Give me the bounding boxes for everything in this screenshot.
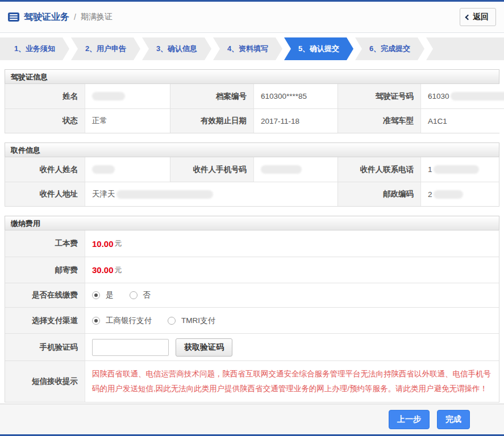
payment-channel-options: 工商银行支付 TMRI支付	[85, 307, 499, 333]
chevron-left-icon	[465, 14, 471, 20]
recipient-address-value: 天津天	[85, 182, 338, 206]
name-value	[85, 84, 170, 108]
step-3-confirm-info[interactable]: 3、确认信息	[142, 37, 211, 60]
expiry-date-label: 有效期止日期	[170, 108, 253, 133]
step-6-complete-submit[interactable]: 6、完成提交	[355, 37, 424, 60]
online-payment-yes-radio[interactable]	[92, 291, 100, 299]
redacted-value	[92, 92, 125, 100]
step-5-confirm-submit[interactable]: 5、确认提交	[284, 37, 353, 60]
back-button[interactable]: 返回	[460, 8, 496, 26]
recipient-phone-label: 收件人联系电话	[338, 157, 420, 182]
redacted-value	[92, 165, 115, 174]
page-title: 驾驶证业务	[24, 11, 69, 23]
redacted-value	[434, 190, 463, 199]
vehicle-class-value: A1C1	[420, 108, 504, 133]
previous-step-button[interactable]: 上一步	[389, 410, 430, 429]
sms-notice-cell: 因陕西省联通、电信运营商技术问题，陕西省互联网交通安全综合服务管理平台无法向持陕…	[85, 360, 499, 402]
recipient-address-prefix: 天津天	[92, 189, 115, 199]
postage-fee-unit: 元	[115, 265, 122, 275]
redacted-value	[451, 92, 504, 100]
postal-code-prefix: 2	[428, 190, 432, 199]
recipient-address-label: 收件人地址	[5, 182, 85, 206]
name-label: 姓名	[5, 84, 85, 108]
license-section-title: 驾驶证信息	[5, 69, 499, 84]
production-fee-value: 10.00 元	[85, 230, 499, 257]
sms-code-label: 手机验证码	[5, 333, 85, 360]
status-label: 状态	[5, 108, 85, 133]
recipient-phone-value: 1	[420, 157, 499, 182]
page-subtitle: 期满换证	[81, 12, 113, 22]
step-1-business-notice[interactable]: 1、业务须知	[0, 37, 69, 60]
step-2-user-declaration[interactable]: 2、用户申告	[71, 37, 140, 60]
back-button-label: 返回	[473, 12, 489, 22]
get-sms-code-button[interactable]: 获取验证码	[176, 338, 232, 357]
recipient-name-label: 收件人姓名	[5, 157, 85, 182]
breadcrumb: 驾驶证业务 / 期满换证	[8, 11, 113, 23]
production-fee-amount: 10.00	[92, 239, 114, 249]
pickup-section-title: 取件信息	[5, 142, 499, 157]
postal-code-label: 邮政编码	[338, 182, 420, 206]
step-progress-bar: 1、业务须知 2、用户申告 3、确认信息 4、资料填写 5、确认提交 6、完成提…	[0, 37, 504, 60]
sms-code-row: 获取验证码	[85, 333, 499, 360]
recipient-mobile-label: 收件人手机号码	[170, 157, 253, 182]
redacted-value	[116, 190, 213, 199]
online-payment-no-label: 否	[143, 290, 151, 300]
postal-code-value: 2	[420, 182, 499, 206]
license-info-table: 姓名 档案编号 610300****85 驾驶证号码 61030 状态 正常 有…	[5, 84, 499, 133]
header-bar: 驾驶证业务 / 期满换证 返回	[0, 2, 504, 33]
postage-fee-label: 邮寄费	[5, 257, 85, 283]
redacted-value	[434, 165, 479, 174]
fees-section: 缴纳费用 工本费 10.00 元 邮寄费 30.00 元 是否在线缴费 是 否 …	[5, 216, 499, 403]
online-payment-yes-label: 是	[106, 290, 114, 300]
sms-code-input[interactable]	[92, 339, 169, 356]
file-number-label: 档案编号	[170, 84, 253, 108]
status-value: 正常	[85, 108, 170, 133]
icbc-payment-radio[interactable]	[92, 317, 100, 325]
tmri-payment-radio[interactable]	[168, 317, 176, 325]
recipient-phone-prefix: 1	[428, 165, 432, 174]
postage-fee-value: 30.00 元	[85, 257, 499, 283]
online-payment-label: 是否在线缴费	[5, 283, 85, 307]
fees-section-title: 缴纳费用	[5, 216, 499, 230]
redacted-value	[261, 165, 302, 174]
step-4-fill-data[interactable]: 4、资料填写	[213, 37, 282, 60]
tmri-payment-label: TMRI支付	[181, 316, 215, 326]
license-number-label: 驾驶证号码	[338, 84, 420, 108]
production-fee-label: 工本费	[5, 230, 85, 257]
breadcrumb-separator: /	[74, 12, 76, 22]
license-info-section: 驾驶证信息 姓名 档案编号 610300****85 驾驶证号码 61030 状…	[5, 69, 499, 133]
license-number-prefix: 61030	[428, 92, 449, 100]
recipient-name-value	[85, 157, 170, 182]
footer-bar: 上一步 完成	[0, 404, 504, 436]
online-payment-no-radio[interactable]	[130, 291, 138, 299]
recipient-mobile-value	[253, 157, 338, 182]
finish-button[interactable]: 完成	[437, 410, 470, 429]
online-payment-options: 是 否	[85, 283, 499, 307]
sms-notice-label: 短信接收提示	[5, 360, 85, 402]
step-bar-filler	[426, 37, 504, 60]
document-list-icon	[8, 12, 19, 22]
payment-channel-label: 选择支付渠道	[5, 307, 85, 333]
postage-fee-amount: 30.00	[92, 265, 114, 275]
production-fee-unit: 元	[115, 238, 122, 249]
fees-table: 工本费 10.00 元 邮寄费 30.00 元 是否在线缴费 是 否 选择支付渠…	[5, 230, 499, 403]
vehicle-class-label: 准驾车型	[338, 108, 420, 133]
pickup-info-section: 取件信息 收件人姓名 收件人手机号码 收件人联系电话 1 收件人地址 天津天 邮…	[5, 142, 499, 207]
license-number-value: 61030	[420, 84, 504, 108]
pickup-info-table: 收件人姓名 收件人手机号码 收件人联系电话 1 收件人地址 天津天 邮政编码 2	[5, 157, 499, 207]
file-number-value: 610300****85	[253, 84, 338, 108]
icbc-payment-label: 工商银行支付	[106, 316, 152, 326]
sms-notice-text: 因陕西省联通、电信运营商技术问题，陕西省互联网交通安全综合服务管理平台无法向持陕…	[92, 367, 491, 396]
expiry-date-value: 2017-11-18	[253, 108, 338, 133]
